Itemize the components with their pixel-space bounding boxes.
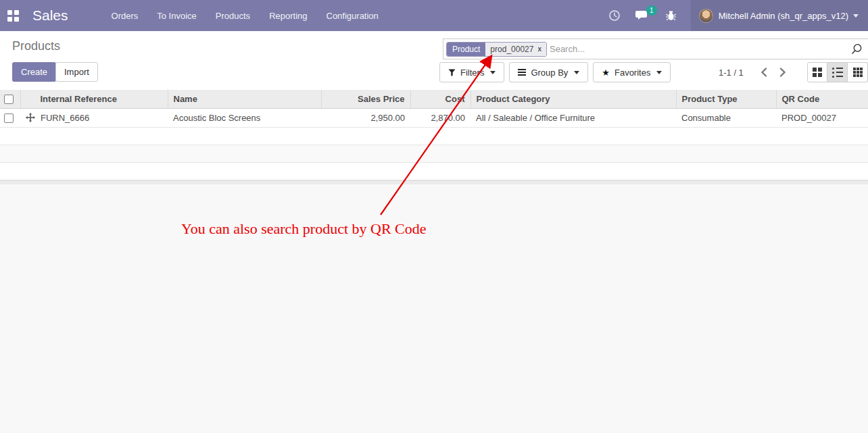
filters-caret-icon [490, 71, 496, 74]
list-view-button[interactable] [827, 62, 848, 82]
search-bar[interactable]: Product prod_00027 x [443, 39, 868, 59]
empty-row [0, 127, 868, 145]
create-button[interactable]: Create [12, 62, 56, 82]
search-input[interactable] [550, 44, 851, 54]
control-panel: Products Create Import Product prod_0002… [0, 31, 868, 90]
column-header-name[interactable]: Name [168, 90, 321, 108]
column-header-product-category[interactable]: Product Category [471, 90, 676, 108]
cell-product-category: All / Saleable / Office Furniture [471, 108, 676, 127]
search-icon[interactable] [851, 43, 863, 55]
cell-product-type: Consumable [676, 108, 776, 127]
search-options: Filters Group By ★ Favorites [439, 62, 671, 82]
cell-qr-code: PROD_00027 [776, 108, 868, 127]
user-avatar [699, 9, 713, 23]
content-background [0, 184, 868, 433]
select-all-checkbox[interactable] [4, 95, 14, 104]
empty-row [0, 145, 868, 162]
cell-internal-reference: FURN_6666 [41, 113, 89, 123]
user-menu[interactable]: Mitchell Admin (sh_qr_apps_v12) [691, 0, 868, 31]
column-header-product-type[interactable]: Product Type [676, 90, 776, 108]
messages-button[interactable]: 1 [628, 0, 658, 31]
group-by-button[interactable]: Group By [509, 62, 588, 82]
search-facet-remove-icon[interactable]: x [537, 45, 541, 53]
user-name: Mitchell Admin (sh_qr_apps_v12) [719, 11, 848, 21]
favorites-button[interactable]: ★ Favorites [593, 62, 671, 82]
pager-range: 1-1 / 1 [719, 68, 744, 78]
search-facet-value: prod_00027 x [485, 43, 546, 56]
column-header-internal-reference[interactable]: Internal Reference [20, 90, 168, 108]
search-facet-category: Product [447, 43, 485, 56]
menu-item-configuration[interactable]: Configuration [317, 0, 388, 31]
row-checkbox[interactable] [4, 113, 14, 123]
view-kanban-icon [813, 68, 822, 77]
table-row[interactable]: FURN_6666 Acoustic Bloc Screens 2,950.00… [0, 108, 868, 127]
apps-menu-button[interactable] [0, 0, 26, 31]
search-facet-value-text: prod_00027 [490, 45, 533, 54]
filter-funnel-icon [448, 69, 456, 76]
import-button[interactable]: Import [55, 62, 98, 82]
column-header-cost[interactable]: Cost [410, 90, 471, 108]
filters-label: Filters [460, 68, 484, 78]
view-switcher [807, 62, 868, 82]
group-by-caret-icon [574, 71, 579, 74]
drag-handle-icon[interactable] [26, 113, 35, 122]
top-navbar: Sales Orders To Invoice Products Reporti… [0, 0, 868, 31]
main-menu: Orders To Invoice Products Reporting Con… [102, 0, 388, 31]
table-header-row: Internal Reference Name Sales Price Cost… [0, 90, 868, 108]
app-title[interactable]: Sales [26, 0, 76, 31]
cell-cost: 2,870.00 [410, 108, 471, 127]
cell-name: Acoustic Bloc Screens [168, 108, 321, 127]
pager-previous-button[interactable] [754, 65, 773, 80]
empty-row [0, 162, 868, 180]
grid-view-button[interactable] [848, 62, 868, 82]
search-facet: Product prod_00027 x [446, 42, 547, 57]
clock-icon [608, 9, 621, 22]
debug-button[interactable] [658, 0, 684, 31]
favorites-label: Favorites [614, 68, 650, 78]
group-by-label: Group By [531, 68, 568, 78]
view-grid-icon [853, 68, 863, 77]
pager: 1-1 / 1 [719, 62, 792, 82]
chevron-right-icon [779, 68, 786, 77]
column-header-qr-code[interactable]: QR Code [776, 90, 868, 108]
group-by-icon [518, 69, 526, 76]
column-header-sales-price[interactable]: Sales Price [321, 90, 410, 108]
breadcrumb[interactable]: Products [12, 39, 60, 53]
favorites-star-icon: ★ [602, 68, 610, 78]
user-caret-icon [853, 14, 859, 18]
menu-item-reporting[interactable]: Reporting [260, 0, 316, 31]
chevron-left-icon [761, 68, 767, 77]
pager-next-button[interactable] [773, 65, 792, 80]
apps-grid-icon [7, 10, 19, 22]
systray: 1 Mitchell Admin (sh_qr_apps_v12) [601, 0, 868, 31]
menu-item-to-invoice[interactable]: To Invoice [147, 0, 206, 31]
menu-item-products[interactable]: Products [206, 0, 260, 31]
cell-sales-price: 2,950.00 [321, 108, 410, 127]
products-table: Internal Reference Name Sales Price Cost… [0, 90, 868, 180]
activity-clock-button[interactable] [601, 0, 628, 31]
favorites-caret-icon [656, 71, 662, 74]
filters-button[interactable]: Filters [439, 62, 504, 82]
bug-icon [665, 9, 677, 22]
kanban-view-button[interactable] [807, 62, 827, 82]
menu-item-orders[interactable]: Orders [102, 0, 148, 31]
message-count-badge: 1 [646, 5, 657, 16]
view-list-icon [832, 68, 843, 78]
